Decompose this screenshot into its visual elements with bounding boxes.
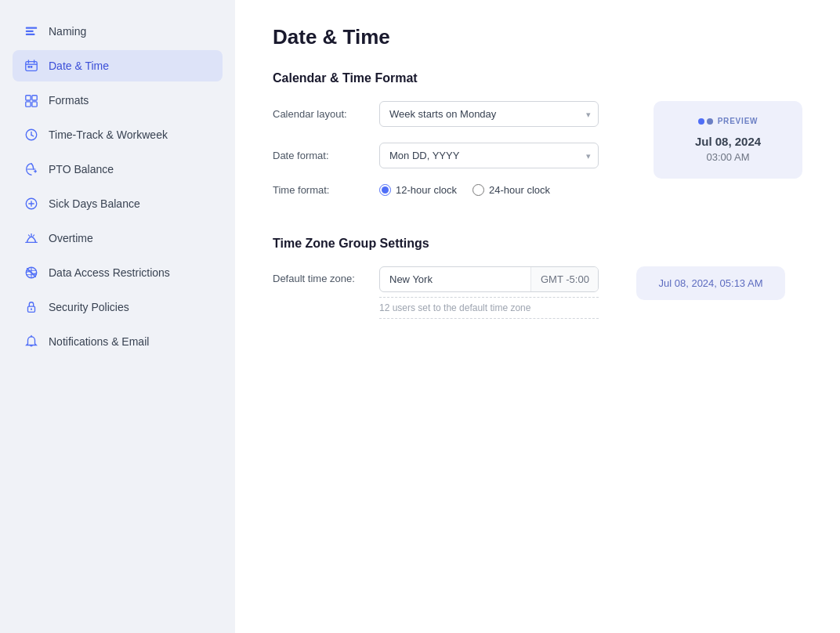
svg-line-21 — [33, 235, 34, 236]
sidebar-item-overtime-label: Overtime — [49, 232, 93, 244]
time-format-label: Time format: — [273, 184, 367, 196]
24-hour-label: 24-hour clock — [489, 184, 550, 196]
sidebar-item-pto-balance[interactable]: PTO Balance — [13, 154, 223, 185]
svg-line-20 — [28, 235, 29, 236]
sidebar-item-overtime[interactable]: Overtime — [13, 222, 223, 254]
svg-rect-0 — [26, 27, 37, 29]
calendar-layout-select-wrapper: Week starts on Monday Week starts on Sun… — [379, 101, 599, 127]
svg-rect-10 — [32, 96, 37, 100]
sidebar-item-data-access[interactable]: Data Access Restrictions — [13, 257, 223, 288]
calendar-form: Calendar layout: Week starts on Monday W… — [273, 101, 616, 212]
svg-rect-9 — [26, 96, 31, 100]
timezone-input-col: GMT -5:00 12 users set to the default ti… — [379, 266, 599, 319]
calendar-layout-row: Calendar layout: Week starts on Monday W… — [273, 101, 616, 127]
preview-dot-2 — [707, 118, 713, 125]
sidebar-item-formats[interactable]: Formats — [13, 85, 223, 116]
timezone-city-input[interactable] — [380, 267, 530, 291]
clock-icon — [24, 127, 39, 143]
timezone-note: 12 users set to the default time zone — [379, 297, 599, 319]
12-hour-radio[interactable] — [379, 184, 391, 196]
timezone-section: Time Zone Group Settings Default time zo… — [273, 237, 802, 335]
sidebar-item-sick-days-label: Sick Days Balance — [49, 197, 140, 210]
sidebar-item-notifications-label: Notifications & Email — [49, 335, 149, 348]
svg-rect-1 — [26, 31, 34, 32]
date-format-select[interactable]: Mon DD, YYYY DD/MM/YYYY YYYY-MM-DD — [379, 143, 599, 168]
timezone-row: Default time zone: GMT -5:00 12 users se… — [273, 266, 802, 335]
time-format-row: Time format: 12-hour clock 24-hour clock — [273, 184, 616, 196]
calendar-layout-label: Calendar layout: — [273, 108, 367, 120]
sidebar-item-security[interactable]: Security Policies — [13, 291, 223, 323]
sidebar-item-notifications[interactable]: Notifications & Email — [13, 326, 223, 357]
date-format-select-wrapper: Mon DD, YYYY DD/MM/YYYY YYYY-MM-DD ▾ — [379, 143, 599, 168]
svg-rect-7 — [28, 66, 31, 68]
sidebar-item-date-time[interactable]: Date & Time — [13, 50, 223, 81]
svg-line-15 — [31, 135, 34, 136]
svg-point-29 — [31, 309, 32, 310]
security-icon — [24, 299, 39, 315]
page-title: Date & Time — [273, 25, 802, 49]
timezone-form-col: Default time zone: GMT -5:00 12 users se… — [273, 266, 599, 335]
sick-icon — [24, 196, 39, 212]
calendar-section-title: Calendar & Time Format — [273, 71, 802, 85]
svg-rect-8 — [31, 66, 33, 68]
calendar-section: Calendar & Time Format Calendar layout: … — [273, 71, 802, 212]
preview-label: PREVIEW — [718, 117, 759, 125]
sidebar-item-sick-days[interactable]: Sick Days Balance — [13, 188, 223, 219]
sidebar-item-time-track-label: Time-Track & Workweek — [49, 128, 168, 141]
sidebar-item-naming[interactable]: Naming — [13, 16, 223, 47]
sidebar: Naming Date & Time Formats — [0, 0, 235, 633]
overtime-icon — [24, 230, 39, 246]
svg-rect-2 — [26, 34, 35, 35]
preview-dots — [698, 118, 713, 125]
timezone-section-title: Time Zone Group Settings — [273, 237, 802, 251]
sidebar-item-naming-label: Naming — [49, 25, 86, 38]
timezone-form-row: Default time zone: GMT -5:00 12 users se… — [273, 266, 599, 319]
svg-rect-12 — [32, 102, 37, 107]
notifications-icon — [24, 334, 39, 349]
time-format-radio-group: 12-hour clock 24-hour clock — [379, 184, 550, 196]
24-hour-radio-label[interactable]: 24-hour clock — [472, 184, 550, 196]
formats-icon — [24, 92, 39, 108]
svg-rect-11 — [26, 102, 31, 107]
naming-icon — [24, 24, 39, 39]
timezone-preview-date: Jul 08, 2024, 05:13 AM — [655, 277, 766, 289]
sidebar-item-pto-label: PTO Balance — [49, 163, 114, 175]
24-hour-radio[interactable] — [472, 184, 484, 196]
preview-time: 03:00 AM — [672, 151, 784, 163]
sidebar-item-security-label: Security Policies — [49, 301, 129, 313]
12-hour-label: 12-hour clock — [396, 184, 457, 196]
12-hour-radio-label[interactable]: 12-hour clock — [379, 184, 457, 196]
main-content: Date & Time Calendar & Time Format Calen… — [235, 0, 840, 633]
default-timezone-label: Default time zone: — [273, 266, 367, 284]
pto-icon — [24, 161, 39, 177]
timezone-input-wrap: GMT -5:00 — [379, 266, 599, 292]
calendar-icon — [24, 58, 39, 74]
timezone-preview-panel: Jul 08, 2024, 05:13 AM — [636, 266, 785, 300]
preview-panel: PREVIEW Jul 08, 2024 03:00 AM — [654, 101, 802, 179]
sidebar-item-data-access-label: Data Access Restrictions — [49, 266, 170, 279]
timezone-gmt: GMT -5:00 — [530, 267, 599, 291]
calendar-layout-select[interactable]: Week starts on Monday Week starts on Sun… — [379, 101, 599, 127]
preview-dot-1 — [698, 118, 704, 125]
date-format-label: Date format: — [273, 150, 367, 161]
sidebar-item-date-time-label: Date & Time — [49, 60, 109, 72]
date-format-row: Date format: Mon DD, YYYY DD/MM/YYYY YYY… — [273, 143, 616, 168]
preview-date: Jul 08, 2024 — [672, 135, 784, 148]
sidebar-item-time-track[interactable]: Time-Track & Workweek — [13, 119, 223, 150]
sidebar-item-formats-label: Formats — [49, 94, 89, 107]
preview-header: PREVIEW — [672, 117, 784, 125]
data-icon — [24, 265, 39, 280]
